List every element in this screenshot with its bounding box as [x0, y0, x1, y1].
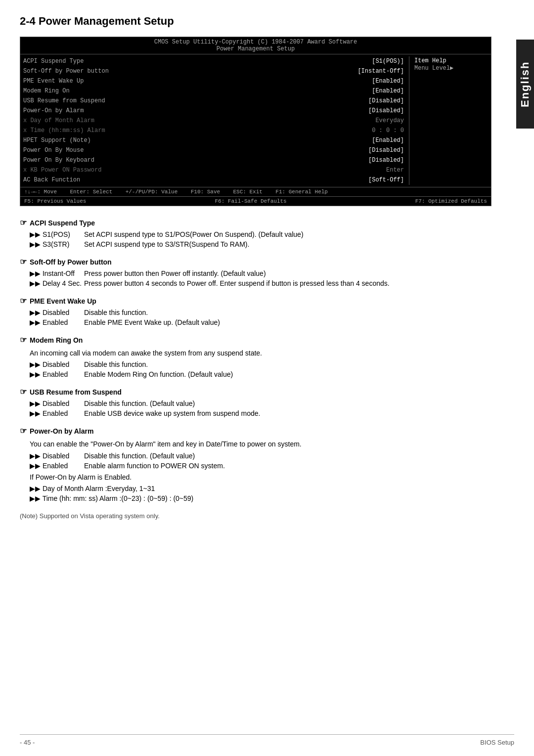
- plain-if-power-on-alarm: If Power-On by Alarm is Enabled.: [20, 472, 491, 483]
- bios-row: ACPI Suspend Type[S1(POS)]: [23, 56, 404, 66]
- bios-f5: F5: Previous Values: [24, 198, 86, 204]
- bullet-key: ▶▶ Disabled: [30, 360, 84, 368]
- item-help-label: Item Help: [414, 56, 488, 64]
- bios-header: CMOS Setup Utility-Copyright (C) 1984-20…: [20, 37, 491, 54]
- bullet-desc: Enable USB device wake up system from su…: [84, 409, 491, 417]
- bullet-desc: Press power button 4 seconds to Power of…: [84, 279, 491, 287]
- bios-row: PME Event Wake Up[Enabled]: [23, 76, 404, 86]
- bios-row: x Time (hh:mm:ss) Alarm0 : 0 : 0: [23, 126, 404, 135]
- section-heading-pme-event: ☞ PME Event Wake Up: [20, 296, 491, 306]
- bullet-desc: Press power button then Power off instan…: [84, 269, 491, 277]
- arrow-icon-power-on-alarm: ☞: [20, 426, 27, 436]
- sub-bullet-key: ▶▶ Day of Month Alarm :: [30, 485, 107, 492]
- sections-container: ☞ ACPI Suspend Type▶▶ S1(POS)Set ACPI su…: [20, 218, 491, 502]
- arrow-icon-pme-event: ☞: [20, 296, 27, 306]
- bios-f10: F10: Save: [191, 189, 220, 195]
- side-tab-english: English: [516, 40, 534, 129]
- bios-row: Power On By Mouse[Disabled]: [23, 145, 404, 155]
- bios-item-help: Item Help Menu Level▶: [409, 56, 488, 185]
- bios-row: x KB Power ON PasswordEnter: [23, 165, 404, 175]
- bios-row: HPET Support (Note)[Enabled]: [23, 135, 404, 145]
- menu-level-label: Menu Level▶: [414, 64, 488, 72]
- bullet-key: ▶▶ Enabled: [30, 462, 84, 470]
- bios-body: ACPI Suspend Type[S1(POS)]Soft-Off by Po…: [20, 54, 491, 187]
- plain-text-modem-ring: An incoming call via modem can awake the…: [20, 348, 491, 358]
- bios-row: x Day of Month AlarmEveryday: [23, 116, 404, 126]
- section-soft-off-power: ☞ Soft-Off by Power button▶▶ Instant-Off…: [20, 257, 491, 287]
- bullet-desc: Disable this function.: [84, 360, 491, 368]
- page-number: - 45 -: [20, 739, 35, 746]
- bullet-item-modem-ring-0: ▶▶ DisabledDisable this function.: [20, 360, 491, 368]
- bullet-desc: Set ACPI suspend type to S1/POS(Power On…: [84, 230, 491, 238]
- bottom-bar: - 45 - BIOS Setup: [20, 734, 514, 746]
- sub-bullet-desc: Everyday, 1~31: [107, 485, 491, 492]
- bios-row: USB Resume from Suspend[Disabled]: [23, 96, 404, 106]
- bios-settings-list: ACPI Suspend Type[S1(POS)]Soft-Off by Po…: [23, 56, 409, 185]
- bullet-item-soft-off-power-1: ▶▶ Delay 4 Sec.Press power button 4 seco…: [20, 279, 491, 287]
- bullet-key: ▶▶ Disabled: [30, 400, 84, 407]
- bullet-desc: Disable this function.: [84, 309, 491, 316]
- bullet-item-usb-resume-1: ▶▶ EnabledEnable USB device wake up syst…: [20, 409, 491, 417]
- bios-f6: F6: Fail-Safe Defaults: [215, 198, 286, 204]
- bios-enter: Enter: Select: [70, 189, 112, 195]
- bullet-key: ▶▶ Enabled: [30, 370, 84, 378]
- bios-f7: F7: Optimized Defaults: [415, 198, 487, 204]
- bullet-item-power-on-alarm-0: ▶▶ DisabledDisable this function. (Defau…: [20, 452, 491, 460]
- bios-row: Soft-Off by Power button[Instant-Off]: [23, 66, 404, 76]
- section-pme-event: ☞ PME Event Wake Up▶▶ DisabledDisable th…: [20, 296, 491, 326]
- bullet-item-pme-event-1: ▶▶ EnabledEnable PME Event Wake up. (Def…: [20, 318, 491, 326]
- bullet-item-acpi-suspend-type-1: ▶▶ S3(STR)Set ACPI suspend type to S3/ST…: [20, 240, 491, 248]
- sub-bullet-key: ▶▶ Time (hh: mm: ss) Alarm :: [30, 494, 121, 502]
- section-heading-usb-resume: ☞ USB Resume from Suspend: [20, 387, 491, 397]
- arrow-icon-usb-resume: ☞: [20, 387, 27, 397]
- bullet-desc: Enable alarm function to POWER ON system…: [84, 462, 491, 470]
- bios-header-line1: CMOS Setup Utility-Copyright (C) 1984-20…: [20, 39, 491, 45]
- page-title: 2-4 Power Management Setup: [20, 15, 491, 28]
- sub-bullet-power-on-alarm-1: ▶▶ Time (hh: mm: ss) Alarm :(0~23) : (0~…: [20, 494, 491, 502]
- section-power-on-alarm: ☞ Power-On by AlarmYou can enable the "P…: [20, 426, 491, 502]
- sub-bullet-power-on-alarm-0: ▶▶ Day of Month Alarm :Everyday, 1~31: [20, 485, 491, 492]
- bullet-desc: Enable PME Event Wake up. (Default value…: [84, 318, 491, 326]
- bullet-desc: Disable this function. (Default value): [84, 400, 491, 407]
- bullet-desc: Enable Modem Ring On function. (Default …: [84, 370, 491, 378]
- bios-footer-left: ↑↓→←: Move Enter: Select +/-/PU/PD: Valu…: [24, 189, 328, 195]
- sub-bullet-desc: (0~23) : (0~59) : (0~59): [121, 494, 491, 502]
- section-heading-soft-off-power: ☞ Soft-Off by Power button: [20, 257, 491, 267]
- bios-header-line2: Power Management Setup: [20, 45, 491, 52]
- bios-row: Power-On by Alarm[Disabled]: [23, 106, 404, 116]
- bios-value: +/-/PU/PD: Value: [126, 189, 178, 195]
- side-tab-label: English: [519, 61, 532, 107]
- bios-esc: ESC: Exit: [233, 189, 263, 195]
- bullet-key: ▶▶ Disabled: [30, 452, 84, 460]
- arrow-icon-acpi-suspend-type: ☞: [20, 218, 27, 227]
- bios-screen: CMOS Setup Utility-Copyright (C) 1984-20…: [20, 37, 491, 206]
- bios-footer-row2: F5: Previous Values F6: Fail-Safe Defaul…: [20, 196, 491, 206]
- bullet-key: ▶▶ Instant-Off: [30, 269, 84, 277]
- section-heading-modem-ring: ☞ Modem Ring On: [20, 335, 491, 345]
- bios-footer: ↑↓→←: Move Enter: Select +/-/PU/PD: Valu…: [20, 187, 491, 196]
- section-acpi-suspend-type: ☞ ACPI Suspend Type▶▶ S1(POS)Set ACPI su…: [20, 218, 491, 248]
- plain-intro-power-on-alarm: You can enable the "Power-On by Alarm" i…: [20, 439, 491, 449]
- bullet-key: ▶▶ S1(POS): [30, 230, 84, 238]
- arrow-icon-soft-off-power: ☞: [20, 257, 27, 267]
- bullet-item-acpi-suspend-type-0: ▶▶ S1(POS)Set ACPI suspend type to S1/PO…: [20, 230, 491, 238]
- note-text: (Note) Supported on Vista operating syst…: [20, 512, 491, 520]
- bullet-key: ▶▶ Enabled: [30, 409, 84, 417]
- bullet-item-pme-event-0: ▶▶ DisabledDisable this function.: [20, 309, 491, 316]
- bios-move: ↑↓→←: Move: [24, 189, 57, 195]
- section-heading-acpi-suspend-type: ☞ ACPI Suspend Type: [20, 218, 491, 227]
- bullet-item-modem-ring-1: ▶▶ EnabledEnable Modem Ring On function.…: [20, 370, 491, 378]
- bios-f1: F1: General Help: [275, 189, 328, 195]
- bullet-item-power-on-alarm-1: ▶▶ EnabledEnable alarm function to POWER…: [20, 462, 491, 470]
- section-modem-ring: ☞ Modem Ring OnAn incoming call via mode…: [20, 335, 491, 378]
- section-usb-resume: ☞ USB Resume from Suspend▶▶ DisabledDisa…: [20, 387, 491, 417]
- bullet-desc: Disable this function. (Default value): [84, 452, 491, 460]
- bios-row: Power On By Keyboard[Disabled]: [23, 155, 404, 165]
- bullet-key: ▶▶ Delay 4 Sec.: [30, 279, 84, 287]
- bios-row: Modem Ring On[Enabled]: [23, 86, 404, 96]
- bios-row: AC Back Function[Soft-Off]: [23, 175, 404, 185]
- bullet-key: ▶▶ S3(STR): [30, 240, 84, 248]
- section-heading-power-on-alarm: ☞ Power-On by Alarm: [20, 426, 491, 436]
- bullet-desc: Set ACPI suspend type to S3/STR(Suspend …: [84, 240, 491, 248]
- bullet-key: ▶▶ Enabled: [30, 318, 84, 326]
